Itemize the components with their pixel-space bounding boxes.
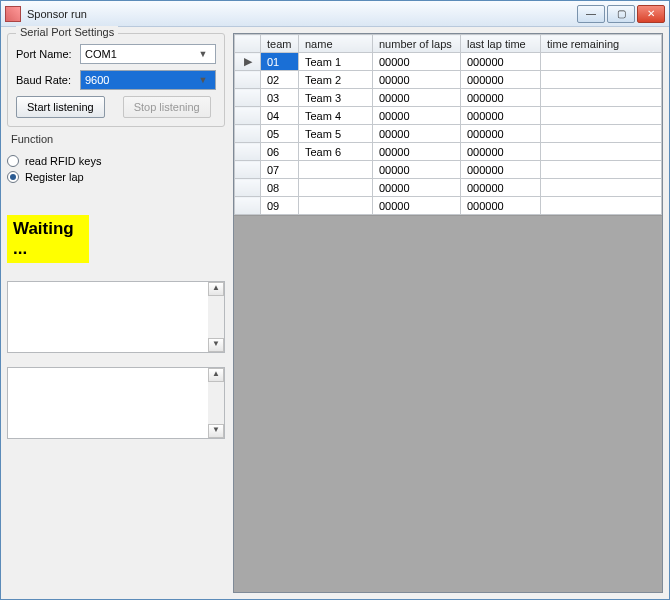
cell-remaining[interactable] (541, 71, 662, 89)
cell-name[interactable]: Team 6 (299, 143, 373, 161)
maximize-button[interactable]: ▢ (607, 5, 635, 23)
scrollbar[interactable]: ▲ ▼ (208, 368, 224, 438)
header-row: team name number of laps last lap time t… (235, 35, 662, 53)
cell-name[interactable]: Team 1 (299, 53, 373, 71)
titlebar: Sponsor run — ▢ ✕ (1, 1, 669, 27)
cell-laps[interactable]: 00000 (373, 53, 461, 71)
table-row[interactable]: ▶01Team 100000000000 (235, 53, 662, 71)
cell-name[interactable] (299, 197, 373, 215)
chevron-down-icon: ▼ (195, 75, 211, 85)
cell-last[interactable]: 000000 (461, 197, 541, 215)
cell-name[interactable]: Team 5 (299, 125, 373, 143)
table-row[interactable]: 04Team 400000000000 (235, 107, 662, 125)
table-row[interactable]: 03Team 300000000000 (235, 89, 662, 107)
cell-team[interactable]: 06 (261, 143, 299, 161)
close-button[interactable]: ✕ (637, 5, 665, 23)
cell-team[interactable]: 05 (261, 125, 299, 143)
cell-laps[interactable]: 00000 (373, 179, 461, 197)
row-header[interactable] (235, 179, 261, 197)
port-name-combo[interactable]: COM1 ▼ (80, 44, 216, 64)
cell-team[interactable]: 07 (261, 161, 299, 179)
chevron-down-icon: ▼ (195, 49, 211, 59)
cell-team[interactable]: 02 (261, 71, 299, 89)
row-header[interactable] (235, 143, 261, 161)
cell-last[interactable]: 000000 (461, 107, 541, 125)
row-header-corner (235, 35, 261, 53)
cell-remaining[interactable] (541, 179, 662, 197)
cell-last[interactable]: 000000 (461, 89, 541, 107)
row-header[interactable] (235, 161, 261, 179)
row-header[interactable] (235, 89, 261, 107)
table-row[interactable]: 0900000000000 (235, 197, 662, 215)
row-header[interactable] (235, 71, 261, 89)
window-buttons: — ▢ ✕ (577, 5, 665, 23)
col-header-name[interactable]: name (299, 35, 373, 53)
stop-listening-button: Stop listening (123, 96, 211, 118)
cell-team[interactable]: 09 (261, 197, 299, 215)
cell-remaining[interactable] (541, 161, 662, 179)
baud-rate-value: 9600 (85, 74, 195, 86)
cell-last[interactable]: 000000 (461, 161, 541, 179)
scroll-up-icon[interactable]: ▲ (208, 282, 224, 296)
cell-last[interactable]: 000000 (461, 179, 541, 197)
serial-port-group: Serial Port Settings Port Name: COM1 ▼ B… (7, 33, 225, 127)
col-header-team[interactable]: team (261, 35, 299, 53)
row-header[interactable] (235, 107, 261, 125)
cell-last[interactable]: 000000 (461, 125, 541, 143)
scrollbar[interactable]: ▲ ▼ (208, 282, 224, 352)
cell-name[interactable]: Team 3 (299, 89, 373, 107)
cell-laps[interactable]: 00000 (373, 197, 461, 215)
baud-rate-combo[interactable]: 9600 ▼ (80, 70, 216, 90)
scroll-down-icon[interactable]: ▼ (208, 424, 224, 438)
cell-laps[interactable]: 00000 (373, 125, 461, 143)
register-lap-radio[interactable]: Register lap (7, 171, 217, 183)
port-name-label: Port Name: (16, 48, 80, 60)
cell-laps[interactable]: 00000 (373, 71, 461, 89)
read-rfid-radio[interactable]: read RFID keys (7, 155, 217, 167)
cell-last[interactable]: 000000 (461, 71, 541, 89)
cell-name[interactable] (299, 161, 373, 179)
cell-team[interactable]: 01 (261, 53, 299, 71)
col-header-remaining[interactable]: time remaining (541, 35, 662, 53)
start-listening-button[interactable]: Start listening (16, 96, 105, 118)
function-group: Function read RFID keys Register lap (7, 141, 225, 195)
cell-team[interactable]: 03 (261, 89, 299, 107)
cell-name[interactable]: Team 4 (299, 107, 373, 125)
row-header[interactable]: ▶ (235, 53, 261, 71)
log-textbox-1[interactable]: ▲ ▼ (7, 281, 225, 353)
cell-last[interactable]: 000000 (461, 53, 541, 71)
cell-team[interactable]: 08 (261, 179, 299, 197)
cell-remaining[interactable] (541, 143, 662, 161)
col-header-laps[interactable]: number of laps (373, 35, 461, 53)
row-header[interactable] (235, 197, 261, 215)
cell-remaining[interactable] (541, 125, 662, 143)
left-pane: Serial Port Settings Port Name: COM1 ▼ B… (7, 33, 225, 593)
scroll-up-icon[interactable]: ▲ (208, 368, 224, 382)
table-row[interactable]: 0700000000000 (235, 161, 662, 179)
client-area: Serial Port Settings Port Name: COM1 ▼ B… (1, 27, 669, 599)
table-row[interactable]: 05Team 500000000000 (235, 125, 662, 143)
table-row[interactable]: 06Team 600000000000 (235, 143, 662, 161)
cell-laps[interactable]: 00000 (373, 89, 461, 107)
cell-last[interactable]: 000000 (461, 143, 541, 161)
cell-name[interactable] (299, 179, 373, 197)
cell-laps[interactable]: 00000 (373, 107, 461, 125)
cell-remaining[interactable] (541, 197, 662, 215)
data-grid-panel: team name number of laps last lap time t… (233, 33, 663, 593)
cell-laps[interactable]: 00000 (373, 161, 461, 179)
cell-name[interactable]: Team 2 (299, 71, 373, 89)
cell-remaining[interactable] (541, 107, 662, 125)
data-grid[interactable]: team name number of laps last lap time t… (234, 34, 662, 216)
cell-remaining[interactable] (541, 53, 662, 71)
cell-laps[interactable]: 00000 (373, 143, 461, 161)
cell-remaining[interactable] (541, 89, 662, 107)
row-header[interactable] (235, 125, 261, 143)
status-label: Waiting ... (7, 215, 89, 263)
scroll-down-icon[interactable]: ▼ (208, 338, 224, 352)
col-header-last[interactable]: last lap time (461, 35, 541, 53)
table-row[interactable]: 0800000000000 (235, 179, 662, 197)
minimize-button[interactable]: — (577, 5, 605, 23)
table-row[interactable]: 02Team 200000000000 (235, 71, 662, 89)
cell-team[interactable]: 04 (261, 107, 299, 125)
log-textbox-2[interactable]: ▲ ▼ (7, 367, 225, 439)
